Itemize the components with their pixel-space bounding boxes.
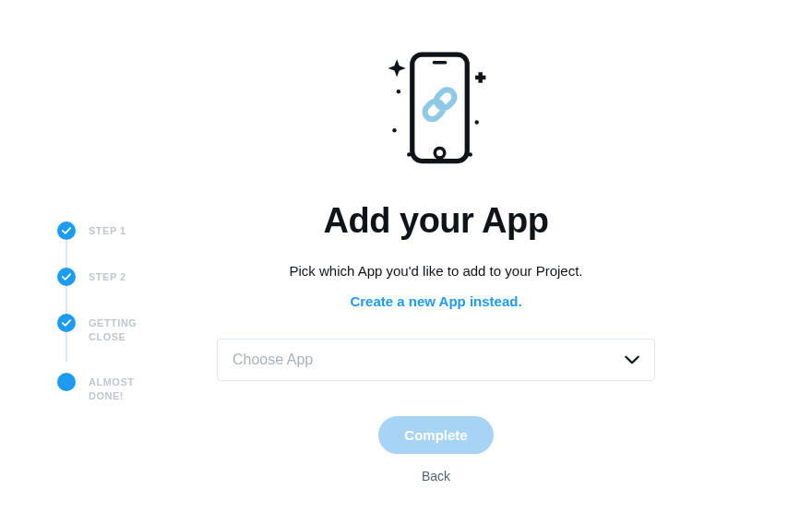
svg-point-3 xyxy=(474,120,478,124)
page-title: Add your App xyxy=(217,201,655,241)
page-subtitle: Pick which App you'd like to add to your… xyxy=(217,263,655,279)
step-2: STEP 2 xyxy=(57,268,168,286)
step-label: STEP 1 xyxy=(89,224,162,238)
step-label: GETTING CLOSE xyxy=(89,316,162,345)
svg-rect-6 xyxy=(432,61,447,65)
select-placeholder: Choose App xyxy=(233,352,313,368)
phone-link-illustration xyxy=(217,37,655,175)
chevron-down-icon xyxy=(625,352,639,368)
create-new-app-link[interactable]: Create a new App instead. xyxy=(350,293,521,309)
choose-app-select[interactable]: Choose App xyxy=(217,339,655,381)
svg-point-0 xyxy=(396,89,400,93)
check-circle-icon xyxy=(57,268,76,286)
current-step-icon xyxy=(57,373,76,391)
main-content: Add your App Pick which App you'd like t… xyxy=(217,37,655,483)
step-1: STEP 1 xyxy=(57,221,168,240)
check-circle-icon xyxy=(57,221,76,240)
back-button[interactable]: Back xyxy=(217,469,655,483)
check-circle-icon xyxy=(57,314,76,332)
complete-button[interactable]: Complete xyxy=(378,416,493,454)
step-4: ALMOST DONE! xyxy=(57,373,168,404)
svg-point-1 xyxy=(392,128,396,132)
step-label: ALMOST DONE! xyxy=(89,376,162,404)
step-3: GETTING CLOSE xyxy=(57,314,168,345)
wizard-steps-sidebar: STEP 1 STEP 2 GETTING CLOSE ALMOST DONE! xyxy=(57,221,168,432)
step-label: STEP 2 xyxy=(89,270,162,284)
